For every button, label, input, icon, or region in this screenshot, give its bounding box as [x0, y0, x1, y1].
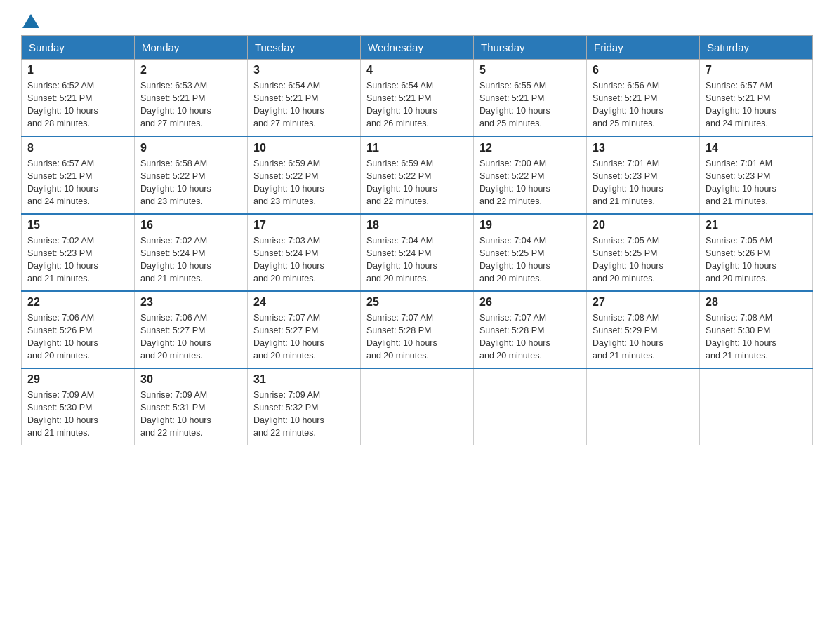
calendar-cell: 18 Sunrise: 7:04 AMSunset: 5:24 PMDaylig… — [361, 214, 474, 291]
day-info: Sunrise: 6:57 AMSunset: 5:21 PMDaylight:… — [706, 79, 807, 130]
calendar-cell: 31 Sunrise: 7:09 AMSunset: 5:32 PMDaylig… — [248, 368, 361, 445]
day-number: 15 — [27, 219, 128, 232]
calendar-cell: 12 Sunrise: 7:00 AMSunset: 5:22 PMDaylig… — [474, 137, 587, 214]
page-header — [21, 14, 813, 28]
day-info: Sunrise: 6:53 AMSunset: 5:21 PMDaylight:… — [140, 79, 241, 130]
calendar-table: SundayMondayTuesdayWednesdayThursdayFrid… — [21, 35, 813, 445]
day-number: 19 — [479, 219, 581, 232]
day-info: Sunrise: 7:05 AMSunset: 5:25 PMDaylight:… — [593, 234, 694, 286]
calendar-week-row: 8 Sunrise: 6:57 AMSunset: 5:21 PMDayligh… — [22, 137, 813, 214]
day-number: 22 — [27, 296, 128, 309]
day-info: Sunrise: 6:57 AMSunset: 5:21 PMDaylight:… — [27, 157, 128, 208]
weekday-header-row: SundayMondayTuesdayWednesdayThursdayFrid… — [22, 36, 813, 60]
day-number: 5 — [479, 64, 581, 76]
day-number: 3 — [253, 64, 355, 76]
day-number: 18 — [366, 219, 468, 232]
day-number: 11 — [366, 142, 468, 154]
day-number: 9 — [140, 142, 241, 154]
day-number: 21 — [706, 219, 807, 232]
logo-triangle-icon — [22, 14, 39, 28]
day-info: Sunrise: 7:04 AMSunset: 5:24 PMDaylight:… — [366, 234, 468, 286]
day-info: Sunrise: 7:07 AMSunset: 5:28 PMDaylight:… — [479, 311, 581, 363]
calendar-cell: 4 Sunrise: 6:54 AMSunset: 5:21 PMDayligh… — [361, 60, 474, 137]
calendar-cell: 2 Sunrise: 6:53 AMSunset: 5:21 PMDayligh… — [135, 60, 248, 137]
calendar-cell: 10 Sunrise: 6:59 AMSunset: 5:22 PMDaylig… — [248, 137, 361, 214]
weekday-header-wednesday: Wednesday — [361, 36, 474, 60]
calendar-cell: 6 Sunrise: 6:56 AMSunset: 5:21 PMDayligh… — [587, 60, 700, 137]
day-info: Sunrise: 7:01 AMSunset: 5:23 PMDaylight:… — [593, 157, 694, 208]
day-number: 6 — [593, 64, 694, 76]
day-info: Sunrise: 7:06 AMSunset: 5:27 PMDaylight:… — [140, 311, 241, 363]
day-number: 16 — [140, 219, 241, 232]
day-number: 31 — [253, 373, 355, 386]
day-number: 20 — [593, 219, 694, 232]
weekday-header-thursday: Thursday — [474, 36, 587, 60]
day-info: Sunrise: 7:00 AMSunset: 5:22 PMDaylight:… — [479, 157, 581, 208]
day-info: Sunrise: 7:08 AMSunset: 5:29 PMDaylight:… — [593, 311, 694, 363]
day-info: Sunrise: 7:09 AMSunset: 5:30 PMDaylight:… — [27, 389, 128, 440]
day-number: 26 — [479, 296, 581, 309]
weekday-header-sunday: Sunday — [22, 36, 135, 60]
day-info: Sunrise: 6:52 AMSunset: 5:21 PMDaylight:… — [27, 79, 128, 130]
day-number: 12 — [479, 142, 581, 154]
day-info: Sunrise: 7:02 AMSunset: 5:23 PMDaylight:… — [27, 234, 128, 286]
calendar-cell: 8 Sunrise: 6:57 AMSunset: 5:21 PMDayligh… — [22, 137, 135, 214]
day-number: 24 — [253, 296, 355, 309]
day-info: Sunrise: 6:56 AMSunset: 5:21 PMDaylight:… — [593, 79, 694, 130]
calendar-cell: 11 Sunrise: 6:59 AMSunset: 5:22 PMDaylig… — [361, 137, 474, 214]
day-info: Sunrise: 6:55 AMSunset: 5:21 PMDaylight:… — [479, 79, 581, 130]
calendar-cell: 28 Sunrise: 7:08 AMSunset: 5:30 PMDaylig… — [700, 291, 813, 368]
calendar-cell: 3 Sunrise: 6:54 AMSunset: 5:21 PMDayligh… — [248, 60, 361, 137]
day-number: 30 — [140, 373, 241, 386]
day-number: 1 — [27, 64, 128, 76]
calendar-cell — [361, 368, 474, 445]
calendar-cell: 17 Sunrise: 7:03 AMSunset: 5:24 PMDaylig… — [248, 214, 361, 291]
calendar-cell: 20 Sunrise: 7:05 AMSunset: 5:25 PMDaylig… — [587, 214, 700, 291]
calendar-cell: 22 Sunrise: 7:06 AMSunset: 5:26 PMDaylig… — [22, 291, 135, 368]
day-number: 25 — [366, 296, 468, 309]
calendar-cell: 27 Sunrise: 7:08 AMSunset: 5:29 PMDaylig… — [587, 291, 700, 368]
day-info: Sunrise: 6:59 AMSunset: 5:22 PMDaylight:… — [253, 157, 355, 208]
day-number: 14 — [706, 142, 807, 154]
calendar-cell: 21 Sunrise: 7:05 AMSunset: 5:26 PMDaylig… — [700, 214, 813, 291]
day-number: 27 — [593, 296, 694, 309]
day-number: 28 — [706, 296, 807, 309]
day-number: 10 — [253, 142, 355, 154]
calendar-week-row: 29 Sunrise: 7:09 AMSunset: 5:30 PMDaylig… — [22, 368, 813, 445]
calendar-cell: 19 Sunrise: 7:04 AMSunset: 5:25 PMDaylig… — [474, 214, 587, 291]
calendar-cell: 29 Sunrise: 7:09 AMSunset: 5:30 PMDaylig… — [22, 368, 135, 445]
calendar-cell: 7 Sunrise: 6:57 AMSunset: 5:21 PMDayligh… — [700, 60, 813, 137]
day-info: Sunrise: 6:58 AMSunset: 5:22 PMDaylight:… — [140, 157, 241, 208]
day-info: Sunrise: 7:07 AMSunset: 5:27 PMDaylight:… — [253, 311, 355, 363]
day-info: Sunrise: 7:01 AMSunset: 5:23 PMDaylight:… — [706, 157, 807, 208]
day-number: 13 — [593, 142, 694, 154]
calendar-week-row: 1 Sunrise: 6:52 AMSunset: 5:21 PMDayligh… — [22, 60, 813, 137]
day-number: 8 — [27, 142, 128, 154]
day-info: Sunrise: 7:02 AMSunset: 5:24 PMDaylight:… — [140, 234, 241, 286]
calendar-cell: 13 Sunrise: 7:01 AMSunset: 5:23 PMDaylig… — [587, 137, 700, 214]
calendar-cell: 15 Sunrise: 7:02 AMSunset: 5:23 PMDaylig… — [22, 214, 135, 291]
weekday-header-monday: Monday — [135, 36, 248, 60]
day-info: Sunrise: 7:07 AMSunset: 5:28 PMDaylight:… — [366, 311, 468, 363]
calendar-cell: 9 Sunrise: 6:58 AMSunset: 5:22 PMDayligh… — [135, 137, 248, 214]
calendar-cell — [587, 368, 700, 445]
calendar-cell: 26 Sunrise: 7:07 AMSunset: 5:28 PMDaylig… — [474, 291, 587, 368]
day-info: Sunrise: 7:03 AMSunset: 5:24 PMDaylight:… — [253, 234, 355, 286]
calendar-cell: 30 Sunrise: 7:09 AMSunset: 5:31 PMDaylig… — [135, 368, 248, 445]
day-number: 23 — [140, 296, 241, 309]
logo — [21, 14, 41, 28]
day-info: Sunrise: 7:05 AMSunset: 5:26 PMDaylight:… — [706, 234, 807, 286]
calendar-cell: 1 Sunrise: 6:52 AMSunset: 5:21 PMDayligh… — [22, 60, 135, 137]
calendar-cell — [474, 368, 587, 445]
calendar-cell: 24 Sunrise: 7:07 AMSunset: 5:27 PMDaylig… — [248, 291, 361, 368]
calendar-cell: 16 Sunrise: 7:02 AMSunset: 5:24 PMDaylig… — [135, 214, 248, 291]
day-info: Sunrise: 7:09 AMSunset: 5:31 PMDaylight:… — [140, 389, 241, 440]
weekday-header-tuesday: Tuesday — [248, 36, 361, 60]
day-info: Sunrise: 6:59 AMSunset: 5:22 PMDaylight:… — [366, 157, 468, 208]
day-number: 29 — [27, 373, 128, 386]
calendar-week-row: 22 Sunrise: 7:06 AMSunset: 5:26 PMDaylig… — [22, 291, 813, 368]
day-info: Sunrise: 6:54 AMSunset: 5:21 PMDaylight:… — [253, 79, 355, 130]
weekday-header-saturday: Saturday — [700, 36, 813, 60]
calendar-cell: 5 Sunrise: 6:55 AMSunset: 5:21 PMDayligh… — [474, 60, 587, 137]
weekday-header-friday: Friday — [587, 36, 700, 60]
